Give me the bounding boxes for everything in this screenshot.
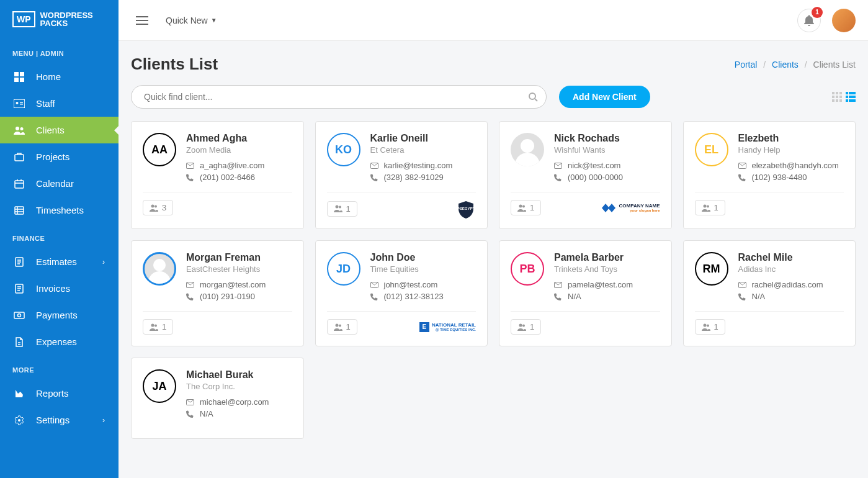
svg-rect-6 [20,102,23,103]
grid-view-button[interactable] [832,92,842,102]
contact-count-badge: 1 [695,319,725,335]
svg-point-41 [519,204,522,207]
logo-mark: WP [12,11,35,27]
dashboard-icon [14,72,25,82]
client-phone: N/A [738,292,844,301]
client-company: The Corp Inc. [186,382,292,391]
client-card[interactable]: Nick Rochads Wishful Wants nick@test.com… [499,121,672,229]
nav-label: Expenses [36,336,77,347]
svg-rect-32 [849,99,856,102]
client-email: morgan@test.com [186,280,292,289]
expenses-icon [14,337,25,347]
svg-point-17 [529,93,535,99]
phone-icon [370,293,379,300]
svg-rect-26 [839,99,842,102]
list-view-button[interactable] [846,92,856,102]
client-avatar: RM [695,252,728,286]
client-card[interactable]: JD John Doe Time Equities john@test.com … [315,240,488,346]
client-email: rachel@adidas.com [738,280,844,289]
client-company: Time Equities [370,264,477,274]
phone-icon [186,410,195,418]
svg-point-5 [16,102,19,104]
client-card[interactable]: PB Pamela Barber Trinkets And Toys pamel… [499,240,672,346]
sidebar-item-timesheets[interactable]: Timesheets [0,197,119,223]
company-logo: ENATIONAL RETAIL@ TIME EQUITIES INC. [419,322,476,332]
sidebar-item-reports[interactable]: Reports [0,380,119,407]
user-avatar[interactable] [832,9,856,32]
id-card-icon [14,99,25,108]
sidebar-item-settings[interactable]: Settings › [0,407,119,433]
client-avatar: AA [143,133,176,166]
add-client-button[interactable]: Add New Client [559,86,650,108]
svg-rect-15 [14,312,24,318]
sidebar-item-expenses[interactable]: Expenses [0,328,119,355]
client-name: Rachel Mile [738,252,844,263]
svg-point-48 [154,324,157,327]
search-input[interactable] [131,85,547,109]
client-phone: N/A [186,409,292,418]
phone-icon [554,174,563,181]
svg-rect-12 [15,207,24,214]
svg-rect-27 [846,92,848,94]
client-email: elezabeth@handyh.com [738,161,844,170]
notification-badge: 1 [812,7,823,18]
breadcrumb-portal[interactable]: Portal [735,60,758,70]
client-email: nick@test.com [554,161,660,170]
client-email: michael@corp.com [186,397,292,407]
clients-grid: AA Ahmed Agha Zoom Media a_agha@live.com… [119,121,868,458]
timesheets-icon [14,205,25,215]
sidebar-item-staff[interactable]: Staff [0,90,119,117]
nav-label: Clients [36,125,65,135]
nav-label: Invoices [36,283,70,294]
client-card[interactable]: JA Michael Burak The Corp Inc. michael@c… [131,358,304,439]
client-phone: N/A [554,292,660,301]
svg-point-16 [18,313,21,317]
client-card[interactable]: KO Karlie Oneill Et Cetera karlie@testin… [315,121,488,229]
contact-count-badge: 1 [511,200,541,215]
notifications-button[interactable]: 1 [797,9,821,32]
svg-rect-19 [836,92,838,94]
svg-rect-0 [14,72,19,76]
client-phone: (201) 002-6466 [186,173,292,182]
breadcrumb-clients[interactable]: Clients [772,60,799,70]
client-name: Morgan Freman [186,252,292,263]
brand-logo[interactable]: WP WORDPRESS PACKS [0,0,119,38]
phone-icon [554,293,563,300]
client-name: John Doe [370,252,477,263]
client-company: Wishful Wants [554,145,660,155]
client-phone: (102) 938-4480 [738,173,844,182]
client-card[interactable]: Morgan Freman EastChester Heights morgan… [131,240,304,346]
client-phone: (000) 000-0000 [554,173,660,182]
envelope-icon [554,282,563,288]
sidebar-item-calendar[interactable]: Calendar [0,170,119,197]
menu-toggle[interactable] [131,9,153,32]
client-avatar: PB [511,252,544,286]
svg-rect-29 [846,96,848,98]
sidebar-item-invoices[interactable]: Invoices [0,275,119,302]
sidebar-item-home[interactable]: Home [0,63,119,90]
svg-point-9 [20,127,24,130]
envelope-icon [186,282,195,288]
sidebar-item-clients[interactable]: Clients [0,117,119,143]
client-card[interactable]: RM Rachel Mile Adidas Inc rachel@adidas.… [683,240,856,346]
svg-point-53 [519,323,522,327]
client-card[interactable]: EL Elezbeth Handy Help elezabeth@handyh.… [683,121,856,229]
client-name: Ahmed Agha [186,133,292,144]
svg-rect-23 [839,96,842,98]
sidebar-item-payments[interactable]: Payments [0,302,119,328]
contact-count-badge: 1 [511,319,541,335]
contact-count-badge: 1 [327,201,357,217]
svg-point-51 [339,324,341,327]
client-name: Nick Rochads [554,133,660,144]
svg-point-57 [707,324,709,327]
svg-rect-2 [14,78,19,82]
client-avatar [143,252,176,286]
sidebar-item-projects[interactable]: Projects [0,143,119,170]
client-card[interactable]: AA Ahmed Agha Zoom Media a_agha@live.com… [131,121,304,229]
page-header: Clients List Portal / Clients / Clients … [119,41,868,85]
company-logo: PSEGYPT [456,200,476,217]
sidebar-item-estimates[interactable]: Estimates › [0,248,119,275]
quick-new-dropdown[interactable]: Quick New ▼ [166,16,217,25]
nav-label: Reports [36,388,69,399]
client-company: Zoom Media [186,145,292,155]
